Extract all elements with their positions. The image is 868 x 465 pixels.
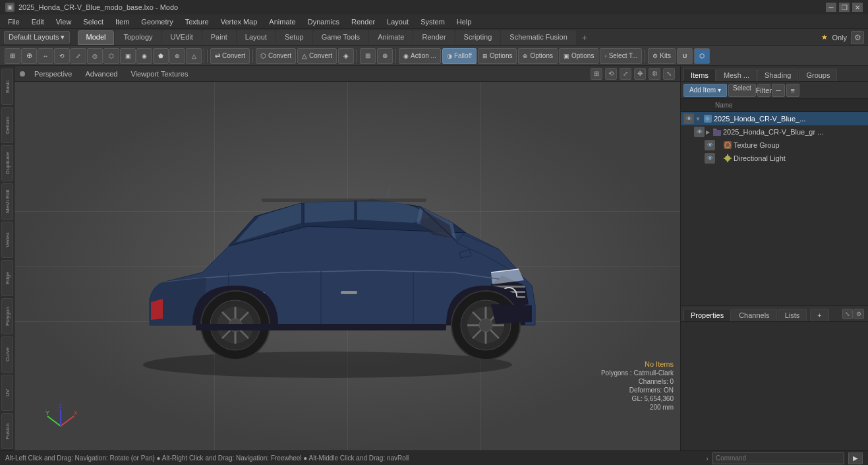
viewport-rotate-button[interactable]: ⟲	[605, 68, 617, 80]
convert-button-2[interactable]: ⬡ Convert	[256, 48, 296, 64]
falloff-button[interactable]: ◑ Falloff	[442, 48, 477, 64]
tab-render[interactable]: Render	[413, 30, 454, 45]
tab-layout[interactable]: Layout	[237, 30, 275, 45]
menu-select[interactable]: Select	[78, 16, 109, 27]
toolbar-icon-6[interactable]: ◎	[87, 48, 103, 64]
menu-layout[interactable]: Layout	[382, 16, 414, 27]
menu-item[interactable]: Item	[110, 16, 134, 27]
select-button[interactable]: Select	[728, 84, 756, 97]
car-render-area[interactable]: H	[14, 82, 680, 450]
close-button[interactable]: ✕	[852, 3, 863, 12]
titlebar-controls[interactable]: ─ ❐ ✕	[826, 3, 863, 12]
tab-game-tools[interactable]: Game Tools	[313, 30, 369, 45]
toolbar-icon-2[interactable]: ⊕	[21, 48, 37, 64]
toolbar-icon-7[interactable]: ⬡	[103, 48, 119, 64]
item-eye-3[interactable]: 👁	[705, 140, 715, 150]
panel-tab-items[interactable]: Items	[683, 69, 716, 81]
tab-uvedit[interactable]: UVEdit	[162, 30, 202, 45]
add-tab-button[interactable]: +	[577, 30, 593, 45]
item-expand-2[interactable]: ▶	[706, 129, 710, 135]
tab-topology[interactable]: Topology	[115, 30, 161, 45]
options-button-3[interactable]: ▣ Options	[559, 48, 598, 64]
panel-tab-shading[interactable]: Shading	[757, 69, 798, 81]
menu-system[interactable]: System	[415, 16, 450, 27]
prop-tab-channels[interactable]: Channels	[732, 309, 776, 321]
add-item-button[interactable]: Add Item ▾	[683, 84, 727, 97]
item-eye-4[interactable]: 👁	[705, 153, 715, 164]
sidebar-tab-curve[interactable]: Curve	[1, 336, 13, 373]
menu-edit[interactable]: Edit	[26, 16, 49, 27]
viewport-fit-button[interactable]: ⊞	[591, 68, 602, 80]
prop-gear-button[interactable]: ⚙	[854, 309, 864, 319]
item-expand-1[interactable]: ▼	[695, 116, 701, 122]
menu-render[interactable]: Render	[346, 16, 380, 27]
toolbar-icon-11[interactable]: ⊛	[169, 48, 185, 64]
toolbar-icon-mode[interactable]: ◈	[338, 48, 354, 64]
command-run-button[interactable]: ▶	[848, 452, 863, 464]
tab-paint[interactable]: Paint	[202, 30, 236, 45]
toolbar-icon-snap[interactable]: ⊞	[360, 48, 376, 64]
panel-filter-icon[interactable]: ≡	[786, 84, 799, 97]
sidebar-tab-vertex[interactable]: Vertex	[1, 222, 13, 258]
command-input[interactable]	[712, 452, 844, 464]
options-button-1[interactable]: ⊞ Options	[478, 48, 517, 64]
toolbar-icon-ue[interactable]: ⬡	[694, 48, 710, 64]
menu-file[interactable]: File	[3, 16, 25, 27]
panel-minus-button[interactable]: ─	[772, 84, 785, 97]
viewport-maximize-button[interactable]: ⤡	[663, 68, 675, 80]
select-button[interactable]: ◦ Select T...	[600, 48, 642, 64]
maximize-button[interactable]: ❐	[839, 3, 850, 12]
menu-help[interactable]: Help	[451, 16, 477, 27]
tab-model[interactable]: Model	[78, 30, 115, 45]
viewport-advanced-label[interactable]: Advanced	[81, 69, 121, 79]
tab-scripting[interactable]: Scripting	[455, 30, 501, 45]
sidebar-tab-fusion[interactable]: Fusion	[1, 413, 13, 449]
item-row-2[interactable]: 👁 ▶ 2025_Honda_CR-V_Blue_gr ...	[681, 125, 868, 139]
prop-tab-lists[interactable]: Lists	[778, 309, 807, 321]
menu-animate[interactable]: Animate	[264, 16, 301, 27]
convert-button-1[interactable]: ⇄ Convert	[210, 48, 250, 64]
sidebar-tab-mesh-edit[interactable]: Mesh Edit	[1, 183, 13, 220]
sidebar-tab-polygon[interactable]: Polygon	[1, 298, 13, 334]
item-eye-2[interactable]: 👁	[694, 127, 705, 137]
tab-setup[interactable]: Setup	[276, 30, 312, 45]
panel-tab-mesh[interactable]: Mesh ...	[716, 69, 757, 81]
filter-button[interactable]: Filter	[757, 84, 770, 97]
tab-animate[interactable]: Animate	[369, 30, 413, 45]
viewport-zoom-button[interactable]: ⤢	[620, 68, 631, 80]
action-button[interactable]: ◉ Action ...	[399, 48, 441, 64]
toolbar-icon-1[interactable]: ⊞	[5, 48, 20, 64]
toolbar-icon-3[interactable]: ↔	[38, 48, 53, 64]
layout-dropdown[interactable]: Default Layouts ▾	[4, 31, 70, 44]
menu-dynamics[interactable]: Dynamics	[303, 16, 345, 27]
sidebar-tab-basic[interactable]: Basic	[1, 69, 13, 105]
viewport-perspective-label[interactable]: Perspective	[30, 69, 76, 79]
sidebar-tab-duplicate[interactable]: Duplicate	[1, 145, 13, 181]
minimize-button[interactable]: ─	[826, 3, 836, 12]
kits-button[interactable]: ⚙ Kits	[648, 48, 676, 64]
toolbar-icon-10[interactable]: ⬟	[153, 48, 169, 64]
toolbar-icon-5[interactable]: ⤢	[71, 48, 86, 64]
viewport-textures-label[interactable]: Viewport Textures	[127, 69, 192, 79]
sidebar-tab-uv[interactable]: UV	[1, 375, 13, 411]
prop-tab-properties[interactable]: Properties	[683, 309, 731, 321]
options-button-2[interactable]: ⊕ Options	[518, 48, 557, 64]
tab-schematic-fusion[interactable]: Schematic Fusion	[501, 30, 575, 45]
item-eye-1[interactable]: 👁	[683, 113, 694, 124]
toolbar-icon-unreal[interactable]: U	[677, 48, 693, 64]
toolbar-icon-sym[interactable]: ⊛	[377, 48, 393, 64]
menu-texture[interactable]: Texture	[180, 16, 214, 27]
item-row-1[interactable]: 👁 ▼ 2025_Honda_CR-V_Blue_...	[681, 112, 868, 125]
viewport-pan-button[interactable]: ✥	[634, 68, 646, 80]
menu-view[interactable]: View	[51, 16, 77, 27]
toolbar-icon-8[interactable]: ▣	[120, 48, 136, 64]
item-row-4[interactable]: 👁 ▶ Directional Light	[681, 152, 868, 165]
viewport-settings-button[interactable]: ⚙	[649, 68, 660, 80]
panel-tab-groups[interactable]: Groups	[799, 69, 837, 81]
prop-expand-button[interactable]: ⤡	[842, 309, 853, 319]
prop-tab-plus[interactable]: +	[810, 309, 828, 321]
item-row-3[interactable]: 👁 ▶ Texture Group	[681, 139, 868, 152]
convert-button-3[interactable]: △ Convert	[297, 48, 337, 64]
menu-vertex-map[interactable]: Vertex Map	[216, 16, 263, 27]
toolbar-icon-12[interactable]: △	[186, 48, 202, 64]
